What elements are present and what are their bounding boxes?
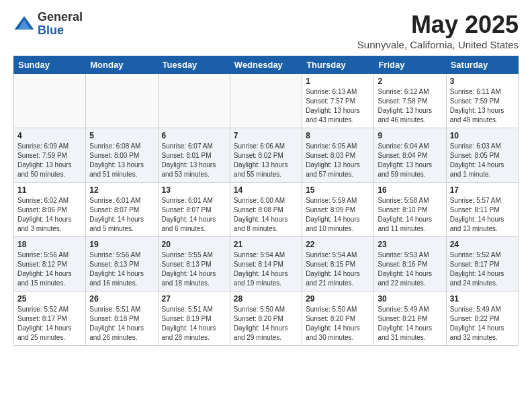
day-number: 21 [234,240,298,249]
calendar-week-row: 25Sunrise: 5:52 AM Sunset: 8:17 PM Dayli… [14,291,519,346]
calendar-day-header: Wednesday [230,56,302,74]
day-info: Sunrise: 5:54 AM Sunset: 8:14 PM Dayligh… [234,250,298,288]
day-number: 8 [306,131,370,140]
day-number: 17 [450,185,515,195]
calendar-cell [86,74,158,128]
calendar-cell: 4Sunrise: 6:09 AM Sunset: 7:59 PM Daylig… [14,128,86,183]
logo-blue-text: Blue [38,24,83,38]
calendar-cell: 11Sunrise: 6:02 AM Sunset: 8:06 PM Dayli… [14,183,86,237]
main-title: May 2025 [357,11,519,39]
subtitle: Sunnyvale, California, United States [357,39,519,50]
calendar-cell [14,74,86,128]
day-info: Sunrise: 6:13 AM Sunset: 7:57 PM Dayligh… [306,87,370,125]
day-info: Sunrise: 5:58 AM Sunset: 8:10 PM Dayligh… [378,196,442,234]
day-number: 20 [162,240,226,249]
calendar-cell: 21Sunrise: 5:54 AM Sunset: 8:14 PM Dayli… [230,237,302,291]
day-info: Sunrise: 5:49 AM Sunset: 8:22 PM Dayligh… [450,305,515,342]
logo-text: General Blue [38,11,83,38]
calendar-cell: 18Sunrise: 5:56 AM Sunset: 8:12 PM Dayli… [14,237,86,291]
day-info: Sunrise: 6:00 AM Sunset: 8:08 PM Dayligh… [234,196,298,234]
day-number: 14 [234,185,298,195]
calendar-cell: 27Sunrise: 5:51 AM Sunset: 8:19 PM Dayli… [158,291,230,346]
day-info: Sunrise: 6:09 AM Sunset: 7:59 PM Dayligh… [17,142,82,179]
calendar-cell: 10Sunrise: 6:03 AM Sunset: 8:05 PM Dayli… [446,128,518,183]
day-info: Sunrise: 5:49 AM Sunset: 8:21 PM Dayligh… [378,305,442,342]
logo: General Blue [13,11,83,38]
calendar-cell [158,74,230,128]
logo-general-text: General [38,11,83,24]
calendar-day-header: Sunday [14,56,86,74]
day-info: Sunrise: 6:06 AM Sunset: 8:02 PM Dayligh… [234,142,298,179]
calendar-cell: 8Sunrise: 6:05 AM Sunset: 8:03 PM Daylig… [302,128,374,183]
day-number: 10 [450,131,515,140]
day-number: 11 [17,185,82,195]
calendar-week-row: 1Sunrise: 6:13 AM Sunset: 7:57 PM Daylig… [14,74,519,128]
calendar-header-row: SundayMondayTuesdayWednesdayThursdayFrid… [14,56,519,74]
calendar-cell: 17Sunrise: 5:57 AM Sunset: 8:11 PM Dayli… [446,183,518,237]
day-number: 24 [450,240,515,249]
calendar-cell: 16Sunrise: 5:58 AM Sunset: 8:10 PM Dayli… [374,183,446,237]
calendar-cell: 9Sunrise: 6:04 AM Sunset: 8:04 PM Daylig… [374,128,446,183]
calendar-week-row: 4Sunrise: 6:09 AM Sunset: 7:59 PM Daylig… [14,128,519,183]
day-number: 1 [306,77,370,86]
calendar-day-header: Saturday [446,56,518,74]
day-info: Sunrise: 6:07 AM Sunset: 8:01 PM Dayligh… [162,142,226,179]
calendar-cell: 3Sunrise: 6:11 AM Sunset: 7:59 PM Daylig… [446,74,518,128]
day-number: 23 [378,240,442,249]
calendar-day-header: Tuesday [158,56,230,74]
calendar-cell [230,74,302,128]
page: General Blue May 2025 Sunnyvale, Califor… [0,0,532,357]
calendar-cell: 23Sunrise: 5:53 AM Sunset: 8:16 PM Dayli… [374,237,446,291]
calendar-day-header: Thursday [302,56,374,74]
calendar-cell: 6Sunrise: 6:07 AM Sunset: 8:01 PM Daylig… [158,128,230,183]
day-number: 2 [378,77,442,86]
day-number: 26 [89,294,154,304]
day-number: 16 [378,185,442,195]
day-number: 22 [306,240,370,249]
calendar-cell: 20Sunrise: 5:55 AM Sunset: 8:13 PM Dayli… [158,237,230,291]
calendar-cell: 12Sunrise: 6:01 AM Sunset: 8:07 PM Dayli… [86,183,158,237]
day-info: Sunrise: 6:08 AM Sunset: 8:00 PM Dayligh… [89,142,154,179]
calendar-cell: 15Sunrise: 5:59 AM Sunset: 8:09 PM Dayli… [302,183,374,237]
day-info: Sunrise: 5:56 AM Sunset: 8:12 PM Dayligh… [17,250,82,288]
day-number: 4 [17,131,82,140]
calendar-cell: 28Sunrise: 5:50 AM Sunset: 8:20 PM Dayli… [230,291,302,346]
day-info: Sunrise: 6:05 AM Sunset: 8:03 PM Dayligh… [306,142,370,179]
day-number: 12 [89,185,154,195]
day-number: 19 [89,240,154,249]
calendar-day-header: Friday [374,56,446,74]
calendar-cell: 7Sunrise: 6:06 AM Sunset: 8:02 PM Daylig… [230,128,302,183]
day-number: 9 [378,131,442,140]
day-info: Sunrise: 5:52 AM Sunset: 8:17 PM Dayligh… [17,305,82,342]
day-number: 28 [234,294,298,304]
day-number: 30 [378,294,442,304]
day-info: Sunrise: 6:03 AM Sunset: 8:05 PM Dayligh… [450,142,515,179]
day-info: Sunrise: 6:04 AM Sunset: 8:04 PM Dayligh… [378,142,442,179]
day-info: Sunrise: 5:50 AM Sunset: 8:20 PM Dayligh… [234,305,298,342]
calendar-table: SundayMondayTuesdayWednesdayThursdayFrid… [13,56,519,346]
day-info: Sunrise: 5:52 AM Sunset: 8:17 PM Dayligh… [450,250,515,288]
calendar-cell: 26Sunrise: 5:51 AM Sunset: 8:18 PM Dayli… [86,291,158,346]
day-info: Sunrise: 6:01 AM Sunset: 8:07 PM Dayligh… [89,196,154,234]
calendar-cell: 29Sunrise: 5:50 AM Sunset: 8:20 PM Dayli… [302,291,374,346]
day-number: 6 [162,131,226,140]
calendar-week-row: 18Sunrise: 5:56 AM Sunset: 8:12 PM Dayli… [14,237,519,291]
day-number: 15 [306,185,370,195]
day-number: 3 [450,77,515,86]
calendar-week-row: 11Sunrise: 6:02 AM Sunset: 8:06 PM Dayli… [14,183,519,237]
day-info: Sunrise: 5:53 AM Sunset: 8:16 PM Dayligh… [378,250,442,288]
day-number: 18 [17,240,82,249]
day-info: Sunrise: 5:54 AM Sunset: 8:15 PM Dayligh… [306,250,370,288]
day-info: Sunrise: 6:11 AM Sunset: 7:59 PM Dayligh… [450,87,515,125]
calendar-cell: 1Sunrise: 6:13 AM Sunset: 7:57 PM Daylig… [302,74,374,128]
calendar-day-header: Monday [86,56,158,74]
header: General Blue May 2025 Sunnyvale, Califor… [13,11,519,50]
calendar-cell: 22Sunrise: 5:54 AM Sunset: 8:15 PM Dayli… [302,237,374,291]
day-number: 5 [89,131,154,140]
logo-icon [13,13,35,35]
day-info: Sunrise: 5:51 AM Sunset: 8:19 PM Dayligh… [162,305,226,342]
calendar-cell: 14Sunrise: 6:00 AM Sunset: 8:08 PM Dayli… [230,183,302,237]
calendar-cell: 25Sunrise: 5:52 AM Sunset: 8:17 PM Dayli… [14,291,86,346]
day-info: Sunrise: 5:56 AM Sunset: 8:13 PM Dayligh… [89,250,154,288]
day-info: Sunrise: 5:57 AM Sunset: 8:11 PM Dayligh… [450,196,515,234]
